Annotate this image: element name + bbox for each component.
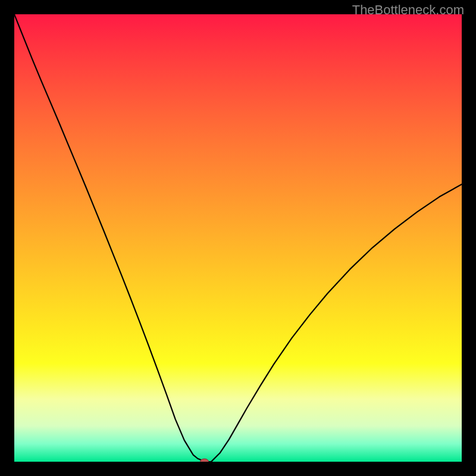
min-marker-dot — [201, 459, 209, 462]
chart-frame: TheBottleneck.com — [0, 0, 476, 476]
curve-svg — [14, 14, 462, 462]
plot-area — [14, 14, 462, 462]
watermark-text: TheBottleneck.com — [352, 2, 464, 18]
bottleneck-curve — [14, 14, 462, 462]
